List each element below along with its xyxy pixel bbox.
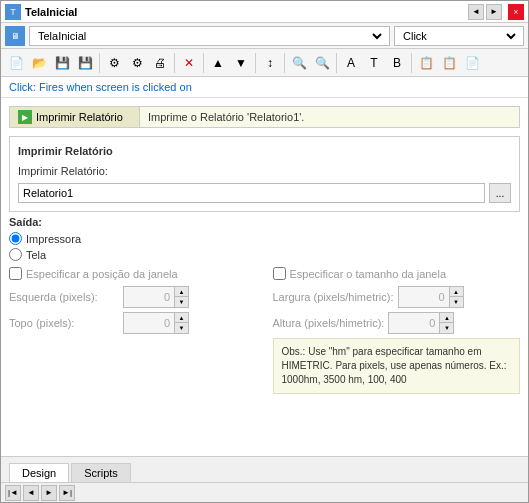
height-spinbtns: ▲ ▼ [439,313,453,333]
left-down-btn[interactable]: ▼ [175,297,188,307]
report-label: Imprimir Relatório: [18,165,118,177]
settings-btn[interactable]: ⚙ [103,52,125,74]
bottom-nav: |◄ ◄ ► ►| [1,482,528,502]
doc-btn[interactable]: 📋 [415,52,437,74]
size-checkbox[interactable] [273,267,286,280]
search2-btn[interactable]: 🔍 [311,52,333,74]
action-desc: Imprime o Relatório 'Relatorio1'. [140,108,312,126]
browse-btn[interactable]: ... [489,183,511,203]
sep5 [284,53,285,73]
nav-left-btn[interactable]: ◄ [468,4,484,20]
sep7 [411,53,412,73]
width-label: Largura (pixels/himetric): [273,291,394,303]
left-label: Esquerda (pixels): [9,291,119,303]
save2-btn[interactable]: 💾 [74,52,96,74]
title-nav: ◄ ► × [468,4,524,20]
height-up-btn[interactable]: ▲ [440,313,453,323]
form-section: Imprimir Relatório Imprimir Relatório: .… [9,136,520,212]
main-content: ▶ Imprimir Relatório Imprime o Relatório… [1,98,528,456]
bottom-tabs: Design Scripts [1,456,528,482]
prev-btn[interactable]: ◄ [23,485,39,501]
window-icon: T [5,4,21,20]
print-btn[interactable]: 🖨 [149,52,171,74]
screen-icon: 🖥 [5,26,25,46]
action-btn-label: Imprimir Relatório [36,111,123,123]
event-select-input[interactable]: Click [399,27,519,45]
radio-impressora-row: Impressora [9,232,520,245]
size-checkbox-row: Especificar o tamanho da janela [273,267,521,280]
pos-checkbox-label: Especificar a posição da janela [26,268,178,280]
save-btn[interactable]: 💾 [51,52,73,74]
info-bar: Click: Fires when screen is clicked on [1,77,528,98]
tela-label: Tela [26,249,46,261]
width-up-btn[interactable]: ▲ [450,287,463,297]
pos-checkbox-row: Especificar a posição da janela [9,267,257,280]
top-down-btn[interactable]: ▼ [175,323,188,333]
action-btn[interactable]: ▶ Imprimir Relatório [10,107,140,127]
text-btn[interactable]: T [363,52,385,74]
sep4 [255,53,256,73]
impressora-radio[interactable] [9,232,22,245]
top-row: Topo (pixels): ▲ ▼ [9,312,257,334]
open-btn[interactable]: 📂 [28,52,50,74]
screen-selector[interactable]: TelaInicial [29,26,390,46]
top-up-btn[interactable]: ▲ [175,313,188,323]
radio-tela-row: Tela [9,248,520,261]
left-spinbtns: ▲ ▼ [174,287,188,307]
sep6 [336,53,337,73]
size-checkbox-label: Especificar o tamanho da janela [290,268,447,280]
width-down-btn[interactable]: ▼ [450,297,463,307]
up-btn[interactable]: ▲ [207,52,229,74]
new-btn[interactable]: 📄 [5,52,27,74]
sep1 [99,53,100,73]
info-text: Click: Fires when screen is clicked on [9,81,192,93]
height-down-btn[interactable]: ▼ [440,323,453,333]
top-spinfield: ▲ ▼ [123,312,189,334]
left-up-btn[interactable]: ▲ [175,287,188,297]
left-input[interactable] [124,287,174,307]
report-input[interactable] [18,183,485,203]
saida-section: Saída: Impressora Tela [9,216,520,261]
search-btn[interactable]: 🔍 [288,52,310,74]
top-input[interactable] [124,313,174,333]
height-input[interactable] [389,313,439,333]
event-selector[interactable]: Click [394,26,524,46]
screen-select-input[interactable]: TelaInicial [34,27,385,45]
tela-radio[interactable] [9,248,22,261]
action-btn-icon: ▶ [18,110,32,124]
window-title: TelaInicial [25,6,468,18]
first-btn[interactable]: |◄ [5,485,21,501]
note-text: Obs.: Use "hm" para especificar tamanho … [282,346,507,385]
pos-checkbox[interactable] [9,267,22,280]
close-btn[interactable]: × [508,4,524,20]
icon-toolbar: 📄 📂 💾 💾 ⚙ ⚙ 🖨 ✕ ▲ ▼ ↕ 🔍 🔍 A T B 📋 📋 📄 [1,49,528,77]
next-btn[interactable]: ► [41,485,57,501]
report-row: Imprimir Relatório: [18,165,511,177]
font-btn[interactable]: A [340,52,362,74]
title-bar: T TelaInicial ◄ ► × [1,1,528,23]
report-input-row: ... [18,183,511,203]
left-row: Esquerda (pixels): ▲ ▼ [9,286,257,308]
left-spinfield: ▲ ▼ [123,286,189,308]
tab-design[interactable]: Design [9,463,69,483]
width-input[interactable] [399,287,449,307]
arrow-btn[interactable]: ↕ [259,52,281,74]
bold-btn[interactable]: B [386,52,408,74]
width-spinfield: ▲ ▼ [398,286,464,308]
tab-scripts[interactable]: Scripts [71,463,131,482]
height-label: Altura (pixels/himetric): [273,317,385,329]
height-spinfield: ▲ ▼ [388,312,454,334]
height-row: Altura (pixels/himetric): ▲ ▼ [273,312,521,334]
last-btn[interactable]: ►| [59,485,75,501]
delete-btn[interactable]: ✕ [178,52,200,74]
width-spinbtns: ▲ ▼ [449,287,463,307]
doc3-btn[interactable]: 📄 [461,52,483,74]
down-btn[interactable]: ▼ [230,52,252,74]
sep2 [174,53,175,73]
pos-size-section: Especificar a posição da janela Esquerda… [9,267,520,394]
doc2-btn[interactable]: 📋 [438,52,460,74]
selector-toolbar: 🖥 TelaInicial Click [1,23,528,49]
nav-right-btn[interactable]: ► [486,4,502,20]
settings2-btn[interactable]: ⚙ [126,52,148,74]
top-label: Topo (pixels): [9,317,119,329]
